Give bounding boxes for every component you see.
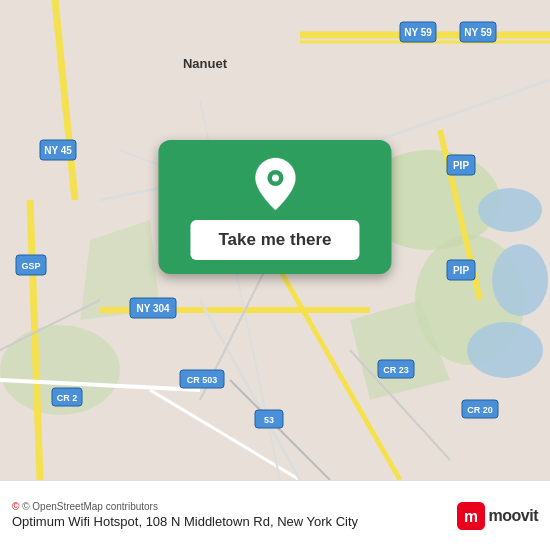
svg-point-8: [467, 322, 543, 378]
svg-text:NY 59: NY 59: [464, 27, 492, 38]
svg-text:NY 59: NY 59: [404, 27, 432, 38]
svg-text:CR 23: CR 23: [383, 365, 409, 375]
location-pin-icon: [249, 158, 301, 210]
svg-text:m: m: [464, 508, 478, 525]
osm-credit: © © OpenStreetMap contributors: [12, 501, 358, 512]
svg-point-53: [271, 175, 278, 182]
svg-text:PIP: PIP: [453, 160, 469, 171]
info-left: © © OpenStreetMap contributors Optimum W…: [12, 501, 358, 531]
osm-credit-text: © OpenStreetMap contributors: [22, 501, 158, 512]
svg-text:CR 503: CR 503: [187, 375, 218, 385]
moovit-logo-icon: m: [457, 502, 485, 530]
svg-text:PIP: PIP: [453, 265, 469, 276]
moovit-logo: m moovit: [457, 502, 538, 530]
moovit-text: moovit: [489, 507, 538, 525]
svg-point-7: [492, 244, 548, 316]
green-card[interactable]: Take me there: [158, 140, 391, 274]
svg-text:53: 53: [264, 415, 274, 425]
take-me-there-button[interactable]: Take me there: [190, 220, 359, 260]
svg-point-6: [478, 188, 542, 232]
svg-text:NY 45: NY 45: [44, 145, 72, 156]
info-bar: © © OpenStreetMap contributors Optimum W…: [0, 480, 550, 550]
svg-text:CR 2: CR 2: [57, 393, 78, 403]
button-overlay: Take me there: [158, 140, 391, 274]
svg-text:NY 304: NY 304: [136, 303, 170, 314]
svg-text:Nanuet: Nanuet: [183, 56, 228, 71]
svg-text:CR 20: CR 20: [467, 405, 493, 415]
map-container: NY 59 NY 59 NY 45 GSP PIP PIP NY 304 CR …: [0, 0, 550, 480]
location-name: Optimum Wifi Hotspot, 108 N Middletown R…: [12, 514, 358, 531]
svg-text:GSP: GSP: [21, 261, 40, 271]
